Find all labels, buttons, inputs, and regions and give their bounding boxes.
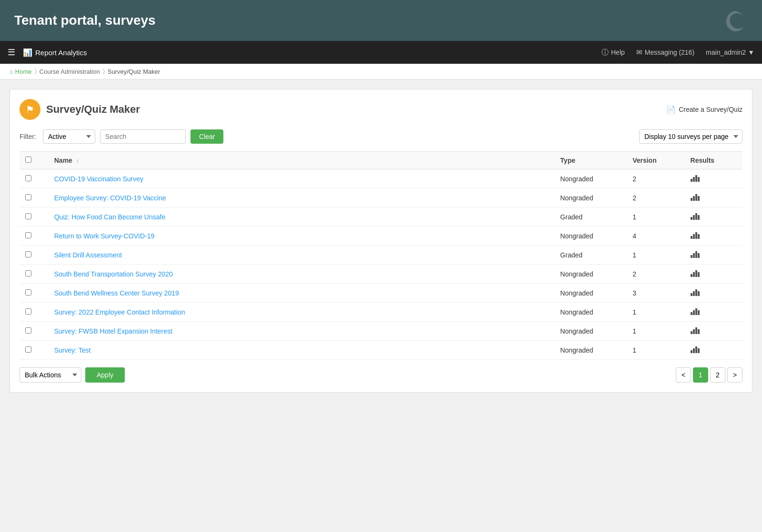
row-version-cell: 1 [627,322,684,341]
table-row: Return to Work Survey-COVID-19 Nongraded… [20,227,742,246]
survey-link[interactable]: Quiz: How Food Can Become Unsafe [54,213,165,221]
row-type-cell: Graded [554,207,627,227]
nav-messaging[interactable]: ✉ Messaging (216) [636,48,694,57]
bookmark-icon: ⚑ [26,104,34,115]
row-name-cell: Silent Drill Assessment [49,246,555,265]
user-dropdown[interactable]: main_admin2 ▼ [706,49,754,56]
apply-button[interactable]: Apply [85,367,125,383]
help-icon: ⓘ [602,48,609,57]
card-title: Survey/Quiz Maker [46,103,140,116]
nav-report-analytics-label: Report Analytics [35,49,87,57]
row-checkbox[interactable] [25,251,31,257]
filter-label: Filter: [20,133,36,140]
card-title-section: ⚑ Survey/Quiz Maker [20,99,140,120]
breadcrumb-course-admin[interactable]: Course Administration [40,68,100,75]
row-checkbox-cell [20,188,49,207]
row-checkbox[interactable] [25,213,31,219]
survey-link[interactable]: South Bend Transportation Survey 2020 [54,270,173,278]
col-type: Type [554,152,627,169]
results-chart-icon[interactable] [691,231,700,239]
row-checkbox[interactable] [25,308,31,315]
row-type-cell: Graded [554,246,627,265]
pagination-next[interactable]: > [727,367,742,383]
col-results: Results [685,152,742,169]
row-version-cell: 2 [627,188,684,207]
mail-icon: ✉ [636,48,642,57]
row-name-cell: Quiz: How Food Can Become Unsafe [49,207,555,227]
nav-report-analytics[interactable]: 📊 Report Analytics [23,48,87,57]
row-name-cell: Survey: FWSB Hotel Expansion Interest [49,322,555,341]
row-results-cell [685,246,742,265]
results-chart-icon[interactable] [691,269,700,277]
survey-link[interactable]: South Bend Wellness Center Survey 2019 [54,289,179,297]
row-type-cell: Nongraded [554,341,627,360]
breadcrumb: ⌂ Home 〉 Course Administration 〉 Survey/… [0,64,762,79]
results-chart-icon[interactable] [691,288,700,296]
row-checkbox[interactable] [25,270,31,276]
bulk-actions-select[interactable]: Bulk Actions Delete [20,367,81,383]
results-chart-icon[interactable] [691,212,700,220]
row-version-cell: 1 [627,246,684,265]
row-results-cell [685,265,742,284]
row-checkbox[interactable] [25,175,31,181]
chart-icon: 📊 [23,48,32,57]
survey-link[interactable]: Survey: FWSB Hotel Expansion Interest [54,327,172,335]
row-name-cell: Survey: Test [49,341,555,360]
pagination-page-2[interactable]: 2 [710,367,725,383]
row-checkbox[interactable] [25,194,31,200]
main-content: ⚑ Survey/Quiz Maker 📄 Create a Survey/Qu… [0,79,762,402]
select-all-col [20,152,49,169]
results-chart-icon[interactable] [691,307,700,315]
search-input[interactable] [100,129,186,144]
chevron-down-icon: ▼ [748,49,754,56]
row-results-cell [685,284,742,303]
row-type-cell: Nongraded [554,303,627,322]
row-name-cell: COVID-19 Vaccination Survey [49,169,555,188]
survey-link[interactable]: Employee Survey: COVID-19 Vaccine [54,194,166,202]
nav-help-label: Help [611,49,625,56]
select-all-checkbox[interactable] [25,157,31,163]
breadcrumb-home-label: Home [15,68,32,75]
results-chart-icon[interactable] [691,345,700,353]
document-icon: 📄 [666,105,676,114]
clear-button[interactable]: Clear [190,129,223,144]
table-row: Employee Survey: COVID-19 Vaccine Nongra… [20,188,742,207]
row-version-cell: 1 [627,303,684,322]
row-version-cell: 3 [627,284,684,303]
nav-help[interactable]: ⓘ Help [602,48,625,57]
survey-link[interactable]: COVID-19 Vaccination Survey [54,175,143,183]
pagination-page-1[interactable]: 1 [693,367,708,383]
brand-logo-icon [724,9,748,32]
row-version-cell: 1 [627,207,684,227]
pagination-prev[interactable]: < [676,367,691,383]
name-sort-icon: ↕ [76,158,79,164]
row-checkbox-cell [20,284,49,303]
row-checkbox[interactable] [25,346,31,353]
create-survey-button[interactable]: 📄 Create a Survey/Quiz [666,105,742,114]
col-name[interactable]: Name ↕ [49,152,555,169]
breadcrumb-home[interactable]: ⌂ Home [10,68,32,75]
row-checkbox-cell [20,265,49,284]
results-chart-icon[interactable] [691,326,700,334]
survey-link[interactable]: Silent Drill Assessment [54,251,122,259]
filter-status-select[interactable]: Active Inactive All [43,129,95,144]
row-checkbox[interactable] [25,289,31,296]
display-per-page-select[interactable]: Display 10 surveys per page Display 25 s… [639,129,742,144]
row-checkbox[interactable] [25,327,31,334]
results-chart-icon[interactable] [691,174,700,182]
row-checkbox-cell [20,322,49,341]
hamburger-icon[interactable]: ☰ [8,47,15,58]
footer-row: Bulk Actions Delete Apply < 1 2 > [20,367,742,383]
survey-card: ⚑ Survey/Quiz Maker 📄 Create a Survey/Qu… [10,89,752,393]
results-chart-icon[interactable] [691,250,700,258]
row-name-cell: South Bend Wellness Center Survey 2019 [49,284,555,303]
survey-link[interactable]: Survey: 2022 Employee Contact Informatio… [54,308,185,316]
row-name-cell: Survey: 2022 Employee Contact Informatio… [49,303,555,322]
survey-link[interactable]: Survey: Test [54,346,91,354]
survey-link[interactable]: Return to Work Survey-COVID-19 [54,232,155,240]
page-title: Tenant portal, surveys [14,13,156,28]
card-header: ⚑ Survey/Quiz Maker 📄 Create a Survey/Qu… [20,99,742,120]
results-chart-icon[interactable] [691,193,700,201]
row-version-cell: 2 [627,265,684,284]
row-checkbox[interactable] [25,232,31,238]
